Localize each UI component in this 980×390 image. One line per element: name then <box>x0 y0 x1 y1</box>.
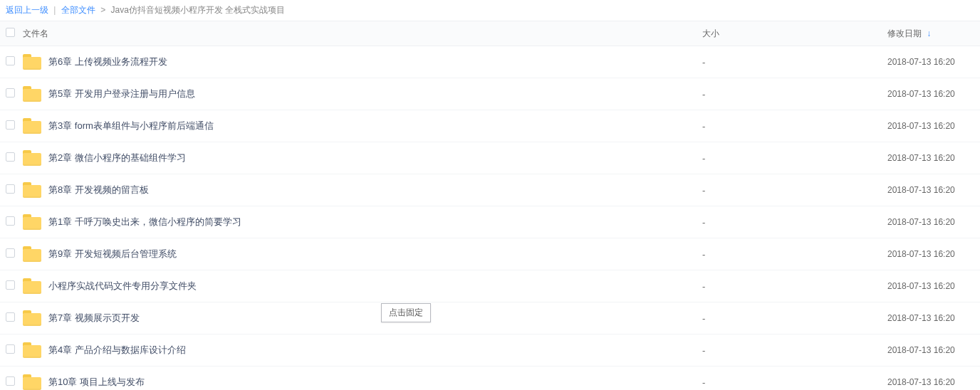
row-checkbox[interactable] <box>6 56 15 65</box>
row-checkbox[interactable] <box>6 120 15 130</box>
table-body: 第6章 上传视频业务流程开发-2018-07-13 16:20第5章 开发用户登… <box>0 46 980 390</box>
row-checkbox[interactable] <box>6 216 15 226</box>
table-row[interactable]: 第7章 视频展示页开发-2018-07-13 16:20 <box>0 302 980 334</box>
file-date: 2018-07-13 16:20 <box>887 377 980 387</box>
column-header-date[interactable]: 修改日期 ↓ <box>887 28 980 40</box>
file-date: 2018-07-13 16:20 <box>887 345 980 355</box>
file-date: 2018-07-13 16:20 <box>887 153 980 163</box>
row-checkbox[interactable] <box>6 344 15 354</box>
file-name[interactable]: 第9章 开发短视频后台管理系统 <box>48 248 177 260</box>
file-size: - <box>702 57 887 68</box>
pin-tooltip: 点击固定 <box>381 303 431 322</box>
file-size: - <box>702 121 887 132</box>
table-row[interactable]: 第4章 产品介绍与数据库设计介绍-2018-07-13 16:20 <box>0 334 980 367</box>
file-name[interactable]: 第8章 开发视频的留言板 <box>48 184 149 196</box>
file-name[interactable]: 第4章 产品介绍与数据库设计介绍 <box>48 344 186 357</box>
file-name[interactable]: 小程序实战代码文件专用分享文件夹 <box>48 280 197 292</box>
column-header-size[interactable]: 大小 <box>702 28 887 40</box>
file-date: 2018-07-13 16:20 <box>887 249 980 259</box>
select-all-checkbox[interactable] <box>6 28 15 37</box>
table-row[interactable]: 第8章 开发视频的留言板-2018-07-13 16:20 <box>0 174 980 206</box>
file-size: - <box>702 185 887 196</box>
table-row[interactable]: 第6章 上传视频业务流程开发-2018-07-13 16:20 <box>0 46 980 78</box>
row-checkbox[interactable] <box>6 280 15 290</box>
file-size: - <box>702 249 887 260</box>
file-date: 2018-07-13 16:20 <box>887 57 980 67</box>
breadcrumb-back-link[interactable]: 返回上一级 <box>6 5 48 15</box>
breadcrumb-chevron-icon: > <box>98 5 108 15</box>
folder-icon <box>23 310 41 326</box>
file-date: 2018-07-13 16:20 <box>887 313 980 323</box>
table-row[interactable]: 第5章 开发用户登录注册与用户信息-2018-07-13 16:20 <box>0 78 980 110</box>
file-size: - <box>702 345 887 356</box>
file-date: 2018-07-13 16:20 <box>887 217 980 227</box>
file-name[interactable]: 第7章 视频展示页开发 <box>48 312 140 325</box>
folder-icon <box>23 150 41 166</box>
table-row[interactable]: 第2章 微信小程序的基础组件学习-2018-07-13 16:20 <box>0 142 980 174</box>
table-row[interactable]: 第10章 项目上线与发布-2018-07-13 16:20 <box>0 367 980 390</box>
folder-icon <box>23 54 41 70</box>
file-size: - <box>702 313 887 324</box>
file-date: 2018-07-13 16:20 <box>887 89 980 99</box>
table-row[interactable]: 第1章 千呼万唤史出来，微信小程序的简要学习-2018-07-13 16:20 <box>0 206 980 238</box>
breadcrumb: 返回上一级 | 全部文件 > Java仿抖音短视频小程序开发 全栈式实战项目 <box>0 0 980 21</box>
file-name[interactable]: 第3章 form表单组件与小程序前后端通信 <box>48 120 214 132</box>
row-checkbox[interactable] <box>6 248 15 258</box>
file-size: - <box>702 89 887 100</box>
table-row[interactable]: 第3章 form表单组件与小程序前后端通信-2018-07-13 16:20 <box>0 110 980 142</box>
file-date: 2018-07-13 16:20 <box>887 185 980 195</box>
column-header-name[interactable]: 文件名 <box>21 28 702 40</box>
table-header: 文件名 大小 修改日期 ↓ <box>0 21 980 46</box>
file-size: - <box>702 217 887 228</box>
breadcrumb-current: Java仿抖音短视频小程序开发 全栈式实战项目 <box>111 5 286 15</box>
file-date: 2018-07-13 16:20 <box>887 121 980 131</box>
row-checkbox[interactable] <box>6 88 15 98</box>
folder-icon <box>23 342 41 358</box>
table-row[interactable]: 小程序实战代码文件专用分享文件夹-2018-07-13 16:20 <box>0 270 980 302</box>
folder-icon <box>23 182 41 198</box>
row-checkbox[interactable] <box>6 312 15 322</box>
file-name[interactable]: 第5章 开发用户登录注册与用户信息 <box>48 88 195 100</box>
row-checkbox[interactable] <box>6 376 15 386</box>
folder-icon <box>23 118 41 134</box>
breadcrumb-separator: | <box>51 5 58 15</box>
file-size: - <box>702 377 887 388</box>
file-size: - <box>702 281 887 292</box>
folder-icon <box>23 374 41 390</box>
folder-icon <box>23 86 41 102</box>
sort-descending-icon: ↓ <box>927 28 931 38</box>
folder-icon <box>23 278 41 294</box>
file-size: - <box>702 153 887 164</box>
file-name[interactable]: 第6章 上传视频业务流程开发 <box>48 56 167 68</box>
file-name[interactable]: 第1章 千呼万唤史出来，微信小程序的简要学习 <box>48 216 241 228</box>
breadcrumb-root-link[interactable]: 全部文件 <box>61 5 95 15</box>
file-name[interactable]: 第10章 项目上线与发布 <box>48 376 145 389</box>
column-header-date-label: 修改日期 <box>887 28 922 38</box>
file-date: 2018-07-13 16:20 <box>887 281 980 291</box>
row-checkbox[interactable] <box>6 184 15 194</box>
folder-icon <box>23 246 41 262</box>
table-row[interactable]: 第9章 开发短视频后台管理系统-2018-07-13 16:20 <box>0 238 980 270</box>
row-checkbox[interactable] <box>6 152 15 162</box>
folder-icon <box>23 214 41 230</box>
file-name[interactable]: 第2章 微信小程序的基础组件学习 <box>48 152 186 164</box>
